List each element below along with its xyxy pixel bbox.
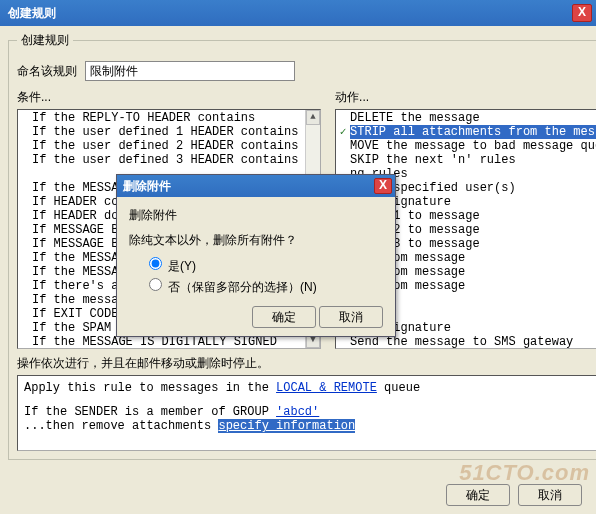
list-item[interactable]: Send the message to SMS gateway (336, 335, 596, 349)
radio-yes-input[interactable] (149, 257, 162, 270)
list-item[interactable]: If the MESSAGE IS DIGITALLY SIGNED (18, 335, 320, 349)
radio-group: 是(Y) 否（保留多部分的选择）(N) (149, 257, 383, 296)
queue-link[interactable]: LOCAL & REMOTE (276, 381, 377, 395)
dialog-cancel-button[interactable]: 取消 (319, 306, 383, 328)
ops-line-3: ...then remove attachments specify infor… (24, 419, 596, 433)
window-titlebar: 创建规则 X (0, 0, 596, 26)
list-item[interactable]: If the user defined 2 HEADER contains (18, 139, 320, 153)
watermark: 51CTO.com (459, 460, 590, 486)
list-item-label: If the MESSAGE IS DIGITALLY SIGNED (32, 335, 320, 349)
list-item[interactable]: If the user defined 1 HEADER contains (18, 125, 320, 139)
radio-no-input[interactable] (149, 278, 162, 291)
dialog-titlebar: 删除附件 X (117, 175, 395, 197)
checkbox-icon[interactable]: ✓ (336, 125, 350, 139)
window-content: 创建规则 命名该规则 条件... If the REPLY-TO HEADER … (0, 26, 596, 514)
ok-button[interactable]: 确定 (446, 484, 510, 506)
conditions-label: 条件... (17, 89, 321, 106)
radio-no[interactable]: 否（保留多部分的选择）(N) (149, 278, 383, 296)
dialog-heading: 删除附件 (129, 207, 383, 224)
cancel-button[interactable]: 取消 (518, 484, 582, 506)
ops-line-2: If the SENDER is a member of GROUP 'abcd… (24, 405, 596, 419)
operations-label: 操作依次进行，并且在邮件移动或删除时停止。 (17, 355, 596, 372)
fieldset-legend: 创建规则 (17, 32, 73, 49)
list-item-label: SKIP the next 'n' rules (350, 153, 596, 167)
list-item-label: If the user defined 2 HEADER contains (32, 139, 320, 153)
delete-attachment-dialog: 删除附件 X 删除附件 除纯文本以外，删除所有附件？ 是(Y) 否（保留多部分的… (116, 174, 396, 337)
list-item[interactable]: SKIP the next 'n' rules (336, 153, 596, 167)
scroll-up-icon[interactable]: ▲ (306, 110, 320, 125)
actions-label: 动作... (335, 89, 596, 106)
radio-yes[interactable]: 是(Y) (149, 257, 383, 275)
list-item[interactable]: If the user defined 3 HEADER contains (18, 153, 320, 167)
dialog-ok-button[interactable]: 确定 (252, 306, 316, 328)
operations-box: Apply this rule to messages in the LOCAL… (17, 375, 596, 451)
dialog-question: 除纯文本以外，删除所有附件？ (129, 232, 383, 249)
list-item-label: Send the message to SMS gateway (350, 335, 596, 349)
close-icon[interactable]: X (374, 178, 392, 194)
ops-line-1: Apply this rule to messages in the LOCAL… (24, 381, 596, 395)
list-item-label: STRIP all attachments from the message (350, 125, 596, 139)
name-label: 命名该规则 (17, 63, 77, 80)
specify-link[interactable]: specify information (218, 419, 355, 433)
list-item-label: If the REPLY-TO HEADER contains (32, 111, 320, 125)
list-item[interactable]: MOVE the message to bad message queue (336, 139, 596, 153)
list-item-label: MOVE the message to bad message queue (350, 139, 596, 153)
list-item-label: If the user defined 3 HEADER contains (32, 153, 320, 167)
group-link[interactable]: 'abcd' (276, 405, 319, 419)
list-item[interactable]: If the REPLY-TO HEADER contains (18, 111, 320, 125)
dialog-title: 删除附件 (123, 178, 374, 195)
list-item-label: If the user defined 1 HEADER contains (32, 125, 320, 139)
list-item[interactable]: DELETE the message (336, 111, 596, 125)
rule-name-input[interactable] (85, 61, 295, 81)
list-item[interactable]: ✓STRIP all attachments from the message (336, 125, 596, 139)
close-icon[interactable]: X (572, 4, 592, 22)
window-title: 创建规则 (8, 5, 572, 22)
list-item-label: DELETE the message (350, 111, 596, 125)
